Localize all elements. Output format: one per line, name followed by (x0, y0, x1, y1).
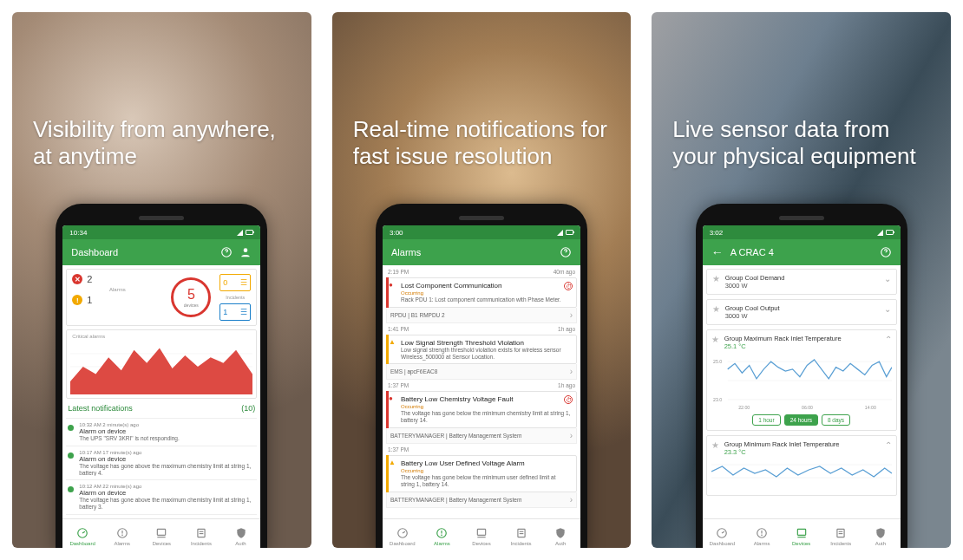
svg-point-38 (762, 535, 763, 536)
svg-point-1 (244, 248, 248, 252)
svg-text:25.0: 25.0 (713, 359, 722, 364)
help-icon[interactable] (880, 246, 892, 258)
status-bar: 3:02 (703, 225, 901, 239)
tab-devices[interactable]: Devices (142, 519, 182, 548)
status-time: 3:00 (390, 229, 403, 237)
alarm-item[interactable]: ▲ Low Signal Strength Threshold Violatio… (386, 335, 577, 381)
status-dot-icon (68, 453, 74, 459)
alarm-item[interactable]: ●⏱ Lost Component Communication Occurrin… (386, 277, 577, 323)
phone-mock-1: 10:34 Dashboard (56, 204, 267, 548)
notification-item[interactable]: 9:51 AM 43 minute(s) ago Incident change… (66, 514, 257, 515)
clock-icon: ⏱ (564, 395, 573, 404)
headline-2: Real-time notifications for fast issue r… (353, 116, 611, 169)
tab-dashboard[interactable]: Dashboard (383, 519, 423, 548)
critical-alarms-chart: Critical alarms (66, 329, 257, 399)
device-count-ring[interactable]: 5 devices (171, 277, 211, 317)
range-24h[interactable]: 24 hours (784, 414, 818, 426)
critical-icon: ✕ (72, 274, 82, 284)
back-button[interactable]: ← (711, 246, 724, 258)
page-title: A CRAC 4 (730, 247, 774, 257)
notifications-list: 10:32 AM 2 minute(s) ago Alarm on device… (66, 418, 257, 515)
star-icon[interactable]: ★ (712, 304, 720, 314)
tab-auth[interactable]: Auth (221, 519, 261, 548)
phone-mock-3: 3:02 ← A CRAC 4 ★ Group Cool Demand3000 … (696, 204, 907, 548)
incidents-open[interactable]: 0☰ (219, 274, 251, 291)
tab-incidents[interactable]: Incidents (501, 519, 541, 548)
app-bar: Alarms (383, 239, 580, 265)
page-title: Dashboard (71, 247, 118, 257)
phone-mock-2: 3:00 Alarms 2:19 PM40m ago ●⏱ Lost Compo… (376, 204, 587, 548)
sensor-chart-min (711, 456, 892, 491)
status-dot-icon (68, 486, 74, 492)
svg-text:22:00: 22:00 (738, 405, 750, 410)
signal-icon (557, 230, 563, 236)
warn-count: 1 (87, 295, 92, 305)
critical-icon: ● (389, 281, 393, 289)
tab-incidents[interactable]: Incidents (821, 519, 861, 548)
range-selector: 1 hour 24 hours 8 days (711, 414, 892, 426)
warning-icon: ▲ (389, 338, 396, 346)
svg-text:14:00: 14:00 (864, 405, 875, 410)
notifications-header[interactable]: Latest notifications (10) (66, 402, 257, 414)
app-bar: ← A CRAC 4 (703, 239, 901, 265)
tab-dashboard[interactable]: Dashboard (703, 519, 743, 548)
tab-auth[interactable]: Auth (540, 519, 580, 548)
headline-1: Visibility from anywhere, at anytime (33, 116, 291, 169)
notification-item[interactable]: 10:17 AM 17 minute(s) ago Alarm on devic… (66, 446, 257, 480)
tab-alarms[interactable]: Alarms (423, 519, 462, 548)
sensor-chart-max: 25.023.0 22:0006:0014:00 (711, 350, 892, 411)
svg-point-18 (442, 535, 442, 536)
alarm-time-row: 2:19 PM40m ago (386, 269, 577, 275)
promo-panel-3: Live sensor data from your physical equi… (652, 12, 951, 548)
help-icon[interactable] (220, 246, 233, 258)
svg-rect-39 (797, 529, 805, 535)
chevron-down-icon[interactable]: ⌄ (884, 274, 891, 283)
battery-icon (246, 230, 253, 235)
sensor-item[interactable]: ★ Group Cool Output3000 W ⌄ (706, 299, 897, 325)
avatar-icon[interactable] (239, 246, 252, 258)
tab-dashboard[interactable]: Dashboard (62, 519, 102, 548)
sensor-item-expanded: ★ Group Maximum Rack Inlet Temperature 2… (706, 329, 897, 431)
chevron-down-icon[interactable]: ⌄ (884, 304, 891, 314)
star-icon[interactable]: ★ (711, 335, 719, 344)
help-icon[interactable] (560, 246, 572, 258)
alarm-time-row: 1:37 PM (386, 446, 577, 453)
signal-icon (237, 230, 243, 236)
status-time: 10:34 (69, 229, 87, 237)
chevron-right-icon: › (570, 495, 573, 505)
critical-icon: ● (389, 394, 393, 402)
battery-icon (566, 230, 573, 235)
tab-alarms[interactable]: Alarms (742, 519, 782, 548)
promo-panel-1: Visibility from anywhere, at anytime 10:… (12, 12, 311, 548)
svg-text:23.0: 23.0 (713, 397, 722, 402)
notification-item[interactable]: 10:32 AM 2 minute(s) ago Alarm on device… (66, 418, 257, 446)
range-1h[interactable]: 1 hour (752, 414, 780, 426)
star-icon[interactable]: ★ (712, 274, 720, 283)
chevron-up-icon[interactable]: ⌃ (885, 335, 892, 344)
dashboard-summary: ✕ 2 Alarms ! 1 5 dev (66, 269, 257, 326)
tab-alarms[interactable]: Alarms (102, 519, 142, 548)
incidents-active[interactable]: 1☰ (219, 303, 251, 321)
alarm-count: 2 (87, 274, 92, 284)
tab-bar: Dashboard Alarms Devices Incidents Auth (62, 518, 260, 548)
battery-icon (886, 230, 894, 235)
warning-icon: ! (72, 295, 82, 305)
chevron-up-icon[interactable]: ⌃ (885, 440, 892, 450)
tab-auth[interactable]: Auth (861, 519, 901, 548)
svg-rect-19 (477, 529, 485, 535)
tab-devices[interactable]: Devices (462, 519, 501, 548)
alarm-item[interactable]: ●⏱ Battery Low Chemistry Voltage Fault O… (386, 391, 577, 444)
star-icon[interactable]: ★ (711, 440, 719, 450)
status-bar: 3:00 (383, 225, 580, 239)
svg-point-8 (121, 535, 122, 536)
status-time: 3:02 (710, 229, 724, 237)
notification-item[interactable]: 10:12 AM 22 minute(s) ago Alarm on devic… (66, 479, 257, 514)
tab-devices[interactable]: Devices (782, 519, 822, 548)
clock-icon: ⏱ (564, 282, 573, 290)
sensor-item[interactable]: ★ Group Cool Demand3000 W ⌄ (706, 269, 897, 295)
page-title: Alarms (391, 247, 421, 257)
range-8d[interactable]: 8 days (822, 414, 850, 426)
alarm-item[interactable]: ▲ Battery Low User Defined Voltage Alarm… (386, 455, 577, 508)
svg-rect-9 (158, 529, 166, 535)
tab-incidents[interactable]: Incidents (181, 519, 221, 548)
